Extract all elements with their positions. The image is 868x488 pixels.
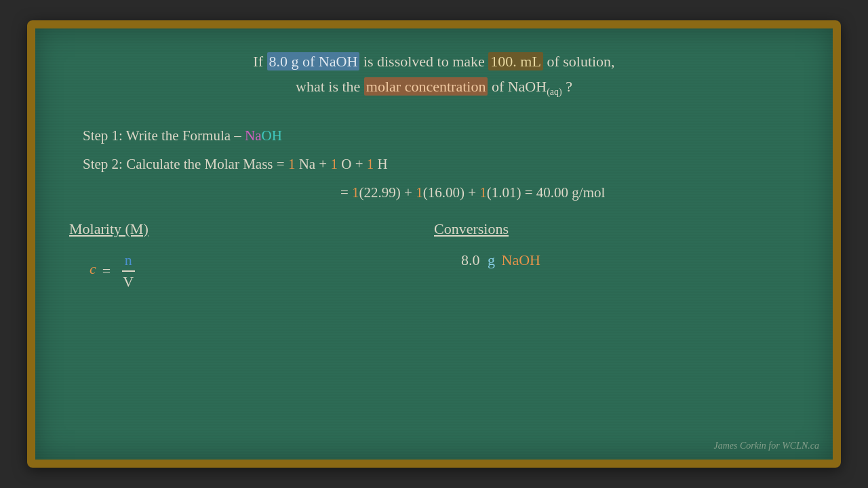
subscript-aq: (aq) [547,87,562,98]
fraction-denominator: V [120,272,136,291]
formula-fraction: n V [120,251,136,291]
conversions-content: 8.0 g NaOH [434,251,799,269]
formula-equals: = [102,262,111,279]
molarity-title: Molarity (M) [69,220,434,238]
formula-area: c = n V [90,251,434,291]
question-pre2: what is the [296,78,364,95]
naoh-highlight: 8.0 g of NaOH [267,52,360,70]
calc-line: = 1(22.99) + 1(16.00) + 1(1.01) = 40.00 … [340,178,799,207]
question-mid: is dissolved to make [363,53,489,70]
question-end: ? [562,78,572,95]
step2-1b: 1 [330,156,338,172]
question-post1: of solution, [547,53,614,70]
question-line2: what is the molar concentration of NaOH(… [69,74,799,100]
step2-h: H [374,156,387,172]
question-line1: If 8.0 g of NaOH is dissolved to make 10… [69,49,799,74]
question-post2: of NaOH [492,78,547,95]
question-block: If 8.0 g of NaOH is dissolved to make 10… [69,49,799,101]
formula-c: c [90,260,96,277]
watermark: James Corkin for WCLN.ca [713,441,819,451]
step1-label: Step 1: Write the Formula – [83,127,245,144]
conversions-title: Conversions [434,220,799,238]
step2-line: Step 2: Calculate the Molar Mass = 1 Na … [83,150,799,178]
chalkboard: If 8.0 g of NaOH is dissolved to make 10… [27,20,841,468]
content-area: If 8.0 g of NaOH is dissolved to make 10… [69,49,799,291]
volume-highlight: 100. mL [488,52,543,70]
step1-na: Na [245,127,262,144]
conv-compound: NaOH [502,251,540,268]
question-pre1: If [253,53,267,70]
molarity-column: Molarity (M) c = n V [69,220,434,291]
fraction-numerator: n [122,251,135,272]
steps-block: Step 1: Write the Formula – NaOH Step 2:… [83,121,799,207]
step1-oh: OH [262,127,282,144]
two-columns: Molarity (M) c = n V Conversions 8.0 g N… [69,220,799,291]
step2-o: O + [338,156,367,172]
conv-value: 8.0 [461,251,480,268]
step2-na: Na + [295,156,330,172]
step1-line: Step 1: Write the Formula – NaOH [83,121,799,150]
conv-unit: g [488,251,495,268]
calc-text: = 1(22.99) + 1(16.00) + 1(1.01) = 40.00 … [340,184,605,201]
molar-highlight: molar concentration [364,77,488,96]
step2-1a: 1 [288,156,296,172]
step2-1c: 1 [367,156,374,172]
conversions-column: Conversions 8.0 g NaOH [434,220,799,291]
step2-label: Step 2: Calculate the Molar Mass = [83,156,288,172]
